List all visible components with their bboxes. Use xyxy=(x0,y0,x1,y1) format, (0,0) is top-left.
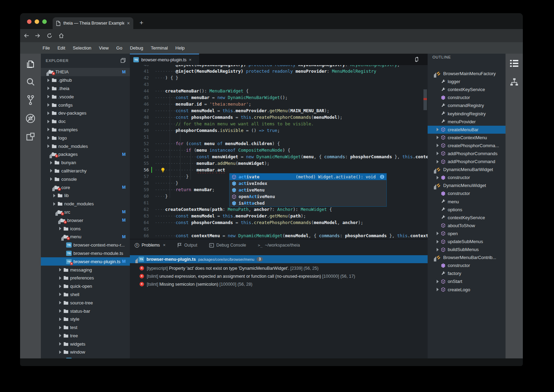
suggestion-item[interactable]: activeMenu xyxy=(230,187,386,193)
problem-row[interactable]: ×[typescript] Property 'act' does not ex… xyxy=(130,264,428,272)
tree-item-bunyan[interactable]: bunyan xyxy=(41,159,130,167)
outline-item-browsermainmenufactory[interactable]: BrowserMainMenuFactory xyxy=(428,70,506,78)
expand-icon[interactable] xyxy=(47,103,50,107)
tree-item-dev-packages[interactable]: dev-packages xyxy=(41,109,130,117)
files-view-icon[interactable] xyxy=(26,59,35,69)
outline-item-logger[interactable]: logger xyxy=(428,78,506,86)
outline-item-constructor[interactable]: constructor xyxy=(428,189,506,197)
collapse-icon[interactable] xyxy=(431,184,435,187)
menu-item-go[interactable]: Go xyxy=(113,45,126,51)
collapse-icon[interactable] xyxy=(431,256,435,259)
expand-icon[interactable] xyxy=(436,160,439,163)
panel-tab-debug-console[interactable]: Debug Console xyxy=(209,243,246,248)
suggestion-item[interactable]: activeIndex xyxy=(230,180,386,187)
reload-icon[interactable] xyxy=(44,33,55,38)
problem-row[interactable]: ×[tslint] Missing semicolon (semicolon) … xyxy=(130,280,428,288)
tree-item-test[interactable]: test xyxy=(41,323,130,332)
tree-item-messaging[interactable]: messaging xyxy=(41,266,130,274)
collapse-icon[interactable] xyxy=(50,186,53,189)
tree-item-callhierarchy[interactable]: callhierarchy xyxy=(41,167,130,175)
outline-item-updatesubmenus[interactable]: updateSubMenus xyxy=(428,238,506,246)
tree-item-browser-menu-module-ts[interactable]: TSbrowser-menu-module.ts xyxy=(41,249,130,258)
expand-icon[interactable] xyxy=(133,258,136,261)
outline-item-factory[interactable]: factory xyxy=(428,269,506,277)
expand-icon[interactable] xyxy=(47,128,50,131)
tree-item-status-bar[interactable]: status-bar xyxy=(41,307,130,315)
tab-close-icon[interactable]: × xyxy=(127,20,130,26)
expand-icon[interactable] xyxy=(436,128,439,131)
tree-item-logo[interactable]: logo xyxy=(41,134,130,142)
expand-icon[interactable] xyxy=(59,309,62,313)
collapse-icon[interactable] xyxy=(431,168,435,171)
collapse-icon[interactable] xyxy=(59,235,62,239)
expand-icon[interactable] xyxy=(59,301,62,304)
panel-tab--workspace-theia[interactable]: >_~/workspace/theia xyxy=(258,243,300,248)
collapse-icon[interactable] xyxy=(431,72,435,75)
outline-item-buildsubmenus[interactable]: buildSubMenus xyxy=(428,246,506,253)
tree-item-quick-open[interactable]: quick-open xyxy=(41,282,130,291)
search-icon[interactable] xyxy=(26,78,35,87)
expand-icon[interactable] xyxy=(436,152,439,155)
tree-item-source-tree[interactable]: source-tree xyxy=(41,299,130,307)
problem-row[interactable]: ×[tslint] unused expression, expected an… xyxy=(130,272,428,280)
outline-item-contextkeyservice[interactable]: contextKeyService xyxy=(428,86,506,93)
expand-icon[interactable] xyxy=(47,79,50,82)
outline-item-dynamicmenuwidget[interactable]: DynamicMenuWidget xyxy=(428,181,506,189)
tree-item--github[interactable]: .github xyxy=(41,76,130,84)
tree-item-style[interactable]: style xyxy=(41,315,130,323)
outline-item-createmenubar[interactable]: createMenuBar xyxy=(428,126,506,134)
collapse-icon[interactable] xyxy=(53,210,56,214)
tree-item-browser-menu-plugin-ts[interactable]: TS×browser-menu-plugin.tsM xyxy=(41,257,130,266)
menu-item-selection[interactable]: Selection xyxy=(69,45,95,51)
outline-view-icon[interactable] xyxy=(510,59,519,68)
tree-item-about-dialog-ts[interactable]: TSabout-dialog.ts xyxy=(41,356,130,358)
source-control-icon[interactable] xyxy=(26,95,35,105)
collapse-folders-icon[interactable] xyxy=(120,58,126,63)
collapse-icon[interactable] xyxy=(55,219,59,222)
expand-icon[interactable] xyxy=(50,161,53,164)
menu-item-edit[interactable]: Edit xyxy=(54,45,69,51)
outline-item-constructor[interactable]: constructor xyxy=(428,93,506,101)
expand-icon[interactable] xyxy=(47,120,50,123)
collapse-icon[interactable] xyxy=(47,153,50,156)
menu-item-help[interactable]: Help xyxy=(172,45,189,51)
call-hierarchy-view-icon[interactable] xyxy=(510,78,519,87)
suggestion-info-icon[interactable] xyxy=(380,175,384,179)
outline-item-onstart[interactable]: onStart xyxy=(428,277,506,285)
tree-item-browser-context-menu-r-[interactable]: TSbrowser-context-menu-r... xyxy=(41,241,130,249)
expand-icon[interactable] xyxy=(436,232,439,235)
outline-item-createlogo[interactable]: createLogo xyxy=(428,286,506,294)
tree-item-tree[interactable]: tree xyxy=(41,332,130,340)
expand-icon[interactable] xyxy=(436,248,439,251)
browser-tab[interactable]: theia — Theia Browser Example × xyxy=(53,17,133,29)
expand-icon[interactable] xyxy=(53,194,56,197)
tree-item-doc[interactable]: doc xyxy=(41,117,130,126)
tree-item-configs[interactable]: configs xyxy=(41,101,130,109)
outline-item-browsermenubarcontrib-[interactable]: BrowserMenuBarContrib... xyxy=(428,253,506,261)
panel-tab-output[interactable]: Output xyxy=(177,243,197,248)
problems-file-row[interactable]: TS browser-menu-plugin.ts packages/core/… xyxy=(130,255,428,263)
tree-item-icons[interactable]: icons xyxy=(41,224,130,233)
expand-icon[interactable] xyxy=(436,176,439,179)
expand-icon[interactable] xyxy=(59,285,62,288)
expand-icon[interactable] xyxy=(436,280,439,283)
outline-item-commandregistry[interactable]: commandRegistry xyxy=(428,101,506,109)
outline-item-constructor[interactable]: constructor xyxy=(428,173,506,181)
outline-item-options[interactable]: options xyxy=(428,206,506,214)
outline-item-addphosphorcommands[interactable]: addPhosphorCommands xyxy=(428,150,506,158)
expand-icon[interactable] xyxy=(59,293,62,296)
expand-icon[interactable] xyxy=(47,87,50,90)
expand-icon[interactable] xyxy=(53,202,56,206)
expand-icon[interactable] xyxy=(50,177,53,181)
expand-icon[interactable] xyxy=(436,136,439,139)
tree-item-packages[interactable]: ×packagesM xyxy=(41,150,130,159)
suggestion-item[interactable]: activate(method) Widget.activate(): void xyxy=(230,173,386,180)
extensions-icon[interactable] xyxy=(26,132,35,142)
tree-item-console[interactable]: console xyxy=(41,175,130,183)
outline-item-open[interactable]: open xyxy=(428,230,506,238)
tree-item-browser[interactable]: ×browserM xyxy=(41,216,130,224)
tree-item-shell[interactable]: shell xyxy=(41,291,130,299)
expand-icon[interactable] xyxy=(50,169,53,172)
quick-fix-lightbulb-icon[interactable] xyxy=(161,167,165,173)
menu-item-debug[interactable]: Debug xyxy=(126,45,147,51)
